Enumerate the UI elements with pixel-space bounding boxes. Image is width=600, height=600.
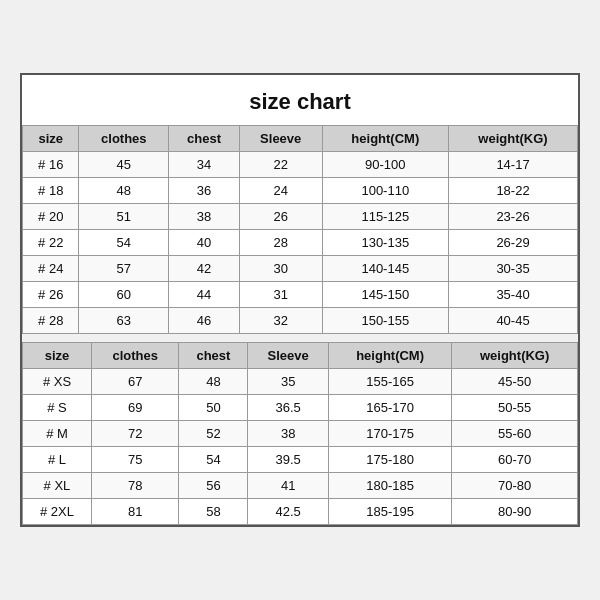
table-cell: 48 xyxy=(179,369,248,395)
col-chest-1: chest xyxy=(169,126,240,152)
table-cell: 22 xyxy=(239,152,322,178)
table-cell: 54 xyxy=(179,447,248,473)
table-cell: # XL xyxy=(23,473,92,499)
table-cell: 60-70 xyxy=(452,447,578,473)
table-cell: 170-175 xyxy=(328,421,451,447)
table-row: # S695036.5165-17050-55 xyxy=(23,395,578,421)
col-clothes-2: clothes xyxy=(91,343,178,369)
table1-body: # 1645342290-10014-17# 18483624100-11018… xyxy=(23,152,578,334)
table-cell: 30 xyxy=(239,256,322,282)
col-weight-1: weight(KG) xyxy=(449,126,578,152)
col-sleeve-2: Sleeve xyxy=(248,343,329,369)
table-cell: 81 xyxy=(91,499,178,525)
table-cell: 115-125 xyxy=(322,204,449,230)
table-cell: # M xyxy=(23,421,92,447)
table-row: # 26604431145-15035-40 xyxy=(23,282,578,308)
table-cell: 45 xyxy=(79,152,169,178)
table-cell: 185-195 xyxy=(328,499,451,525)
table-cell: 31 xyxy=(239,282,322,308)
table-cell: # L xyxy=(23,447,92,473)
table-cell: 57 xyxy=(79,256,169,282)
table-cell: 42 xyxy=(169,256,240,282)
table-cell: # 24 xyxy=(23,256,79,282)
table-cell: 72 xyxy=(91,421,178,447)
table1-header: size clothes chest Sleeve height(CM) wei… xyxy=(23,126,578,152)
table-cell: 155-165 xyxy=(328,369,451,395)
table2-header: size clothes chest Sleeve height(CM) wei… xyxy=(23,343,578,369)
table-cell: 50 xyxy=(179,395,248,421)
table-cell: 50-55 xyxy=(452,395,578,421)
table-cell: 26 xyxy=(239,204,322,230)
table-cell: 56 xyxy=(179,473,248,499)
table-cell: 42.5 xyxy=(248,499,329,525)
section-divider xyxy=(22,334,578,342)
table-cell: 100-110 xyxy=(322,178,449,204)
table-row: # XL785641180-18570-80 xyxy=(23,473,578,499)
table-row: # 1645342290-10014-17 xyxy=(23,152,578,178)
col-size-2: size xyxy=(23,343,92,369)
table-row: # 2XL815842.5185-19580-90 xyxy=(23,499,578,525)
col-size-1: size xyxy=(23,126,79,152)
table-cell: 63 xyxy=(79,308,169,334)
table-cell: 32 xyxy=(239,308,322,334)
col-clothes-1: clothes xyxy=(79,126,169,152)
table-cell: 51 xyxy=(79,204,169,230)
table-cell: 75 xyxy=(91,447,178,473)
table-row: # 24574230140-14530-35 xyxy=(23,256,578,282)
table-cell: 35 xyxy=(248,369,329,395)
table-cell: 60 xyxy=(79,282,169,308)
table-cell: 145-150 xyxy=(322,282,449,308)
table-cell: 14-17 xyxy=(449,152,578,178)
table-cell: 70-80 xyxy=(452,473,578,499)
table-cell: 165-170 xyxy=(328,395,451,421)
table-cell: 46 xyxy=(169,308,240,334)
table-row: # M725238170-17555-60 xyxy=(23,421,578,447)
table-cell: 48 xyxy=(79,178,169,204)
table-cell: # XS xyxy=(23,369,92,395)
table-cell: 28 xyxy=(239,230,322,256)
table-cell: 38 xyxy=(248,421,329,447)
table-cell: # 2XL xyxy=(23,499,92,525)
table-cell: # 26 xyxy=(23,282,79,308)
table-cell: 44 xyxy=(169,282,240,308)
table-cell: 39.5 xyxy=(248,447,329,473)
table-cell: 58 xyxy=(179,499,248,525)
table-cell: 55-60 xyxy=(452,421,578,447)
table-cell: 78 xyxy=(91,473,178,499)
col-height-2: height(CM) xyxy=(328,343,451,369)
table-cell: 36 xyxy=(169,178,240,204)
table-cell: 175-180 xyxy=(328,447,451,473)
chart-title: size chart xyxy=(22,75,578,125)
table-cell: 40-45 xyxy=(449,308,578,334)
table-cell: # 18 xyxy=(23,178,79,204)
size-table-2: size clothes chest Sleeve height(CM) wei… xyxy=(22,342,578,525)
table-cell: 36.5 xyxy=(248,395,329,421)
table-cell: # 16 xyxy=(23,152,79,178)
table-cell: 24 xyxy=(239,178,322,204)
table-cell: 69 xyxy=(91,395,178,421)
table2-body: # XS674835155-16545-50# S695036.5165-170… xyxy=(23,369,578,525)
table-row: # L755439.5175-18060-70 xyxy=(23,447,578,473)
table-cell: 34 xyxy=(169,152,240,178)
table-row: # 28634632150-15540-45 xyxy=(23,308,578,334)
table-row: # 18483624100-11018-22 xyxy=(23,178,578,204)
table-cell: # 22 xyxy=(23,230,79,256)
size-chart: size chart size clothes chest Sleeve hei… xyxy=(20,73,580,527)
table-cell: 30-35 xyxy=(449,256,578,282)
col-weight-2: weight(KG) xyxy=(452,343,578,369)
table-row: # 20513826115-12523-26 xyxy=(23,204,578,230)
table-cell: 38 xyxy=(169,204,240,230)
table-cell: # S xyxy=(23,395,92,421)
table-row: # 22544028130-13526-29 xyxy=(23,230,578,256)
table-cell: 54 xyxy=(79,230,169,256)
col-chest-2: chest xyxy=(179,343,248,369)
table-cell: 90-100 xyxy=(322,152,449,178)
table-cell: 23-26 xyxy=(449,204,578,230)
table-cell: 52 xyxy=(179,421,248,447)
col-sleeve-1: Sleeve xyxy=(239,126,322,152)
table-cell: 67 xyxy=(91,369,178,395)
table-row: # XS674835155-16545-50 xyxy=(23,369,578,395)
table-cell: # 28 xyxy=(23,308,79,334)
table-cell: 45-50 xyxy=(452,369,578,395)
table-cell: 80-90 xyxy=(452,499,578,525)
